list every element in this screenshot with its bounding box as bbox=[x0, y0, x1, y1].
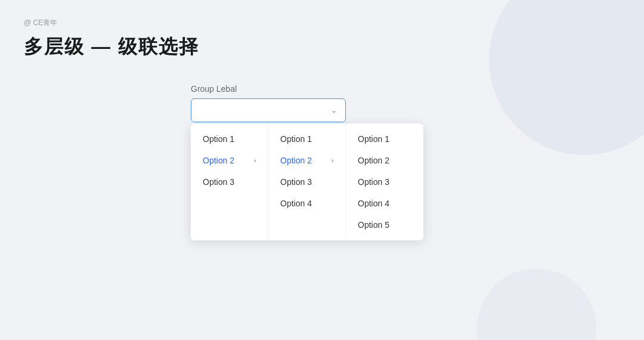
item-label: Option 3 bbox=[358, 177, 389, 187]
cascade-column-3: Option 1 Option 2 Option 3 Option 4 Opti… bbox=[346, 123, 423, 240]
chevron-right-icon: › bbox=[332, 157, 333, 164]
list-item[interactable]: Option 3 bbox=[346, 171, 423, 193]
item-label: Option 4 bbox=[358, 199, 389, 208]
item-label: Option 2 bbox=[358, 156, 389, 165]
group-label: Group Lebal bbox=[191, 84, 237, 94]
list-item[interactable]: Option 2 › bbox=[191, 150, 268, 171]
item-label: Option 2 bbox=[203, 156, 234, 165]
item-label: Option 5 bbox=[358, 220, 389, 230]
item-label: Option 1 bbox=[358, 134, 389, 144]
item-label: Option 1 bbox=[203, 134, 234, 144]
chevron-down-icon: ⌄ bbox=[331, 106, 337, 115]
list-item[interactable]: Option 1 bbox=[346, 128, 423, 150]
list-item[interactable]: Option 5 bbox=[346, 214, 423, 236]
item-label: Option 3 bbox=[203, 177, 234, 187]
list-item[interactable]: Option 1 bbox=[268, 128, 345, 150]
list-item[interactable]: Option 4 bbox=[346, 193, 423, 214]
page-wrapper: @ CE青年 多层级 — 级联选择 Group Lebal ⌄ Option 1… bbox=[0, 0, 644, 258]
copyright-text: @ CE青年 bbox=[24, 18, 620, 28]
page-title: 多层级 — 级联选择 bbox=[24, 34, 620, 60]
cascade-column-2: Option 1 Option 2 › Option 3 Option 4 bbox=[268, 123, 346, 240]
cascade-dropdown: Option 1 Option 2 › Option 3 Option 1 Op… bbox=[191, 123, 423, 240]
list-item[interactable]: Option 4 bbox=[268, 193, 345, 214]
cascade-column-1: Option 1 Option 2 › Option 3 bbox=[191, 123, 268, 240]
list-item[interactable]: Option 3 bbox=[268, 171, 345, 193]
item-label: Option 1 bbox=[280, 134, 312, 144]
item-label: Option 3 bbox=[280, 177, 312, 187]
chevron-right-icon: › bbox=[254, 157, 256, 164]
item-label: Option 2 bbox=[280, 156, 312, 165]
list-item[interactable]: Option 2 bbox=[346, 150, 423, 171]
list-item[interactable]: Option 3 bbox=[191, 171, 268, 193]
select-trigger[interactable]: ⌄ bbox=[191, 98, 346, 122]
list-item[interactable]: Option 2 › bbox=[268, 150, 345, 171]
form-area: Group Lebal ⌄ Option 1 Option 2 › Option… bbox=[191, 84, 620, 240]
list-item[interactable]: Option 1 bbox=[191, 128, 268, 150]
item-label: Option 4 bbox=[280, 199, 312, 208]
